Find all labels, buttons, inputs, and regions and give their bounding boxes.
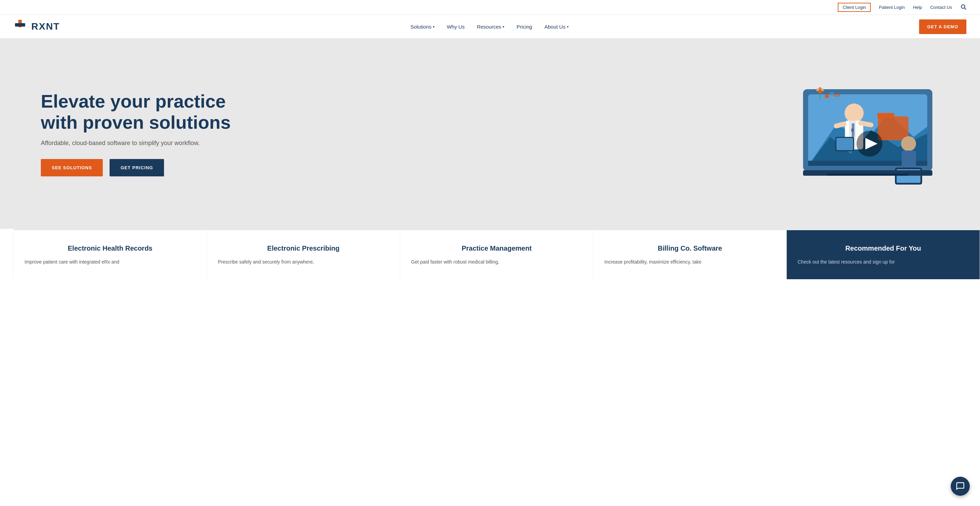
card-pm: Practice Management Get paid faster with… [400, 229, 593, 279]
hero-buttons: SEE SOLUTIONS GET PRICING [41, 159, 231, 176]
svg-point-37 [819, 87, 821, 90]
logo-link[interactable]: RXNT [14, 19, 60, 34]
solutions-caret: ▾ [433, 25, 434, 29]
svg-rect-32 [834, 94, 840, 97]
card-billing-desc: Increase profitability, maximize efficie… [605, 258, 775, 266]
card-pm-desc: Get paid faster with robust medical bill… [411, 258, 582, 266]
logo-text: RXNT [31, 21, 60, 32]
card-recommended: Recommended For You Check out the latest… [787, 229, 980, 279]
card-ep-desc: Prescribe safely and securely from anywh… [218, 258, 389, 266]
rxnt-logo-icon [14, 19, 29, 34]
hero-svg [783, 69, 953, 198]
svg-rect-4 [15, 23, 25, 27]
svg-point-34 [818, 90, 822, 94]
nav-item-aboutus[interactable]: About Us ▾ [544, 24, 569, 30]
card-recommended-title: Recommended For You [798, 244, 969, 253]
card-ehr-desc: Improve patient care with integrated eRx… [24, 258, 196, 266]
hero-subtitle: Affordable, cloud-based software to simp… [41, 140, 231, 147]
help-link[interactable]: Help [913, 5, 922, 10]
svg-line-1 [964, 8, 966, 9]
cards-section: Electronic Health Records Improve patien… [0, 229, 980, 279]
hero-title: Elevate your practice with proven soluti… [41, 91, 231, 133]
card-ehr: Electronic Health Records Improve patien… [14, 229, 207, 279]
search-icon [960, 4, 966, 10]
resources-caret: ▾ [503, 25, 504, 29]
search-button[interactable] [960, 4, 966, 11]
svg-rect-13 [877, 113, 894, 118]
svg-rect-20 [852, 123, 854, 137]
svg-point-35 [816, 89, 819, 91]
aboutus-caret: ▾ [567, 25, 569, 29]
svg-point-31 [825, 94, 829, 98]
client-login-link[interactable]: Client Login [838, 3, 871, 12]
hero-content: Elevate your practice with proven soluti… [41, 91, 231, 176]
nav-item-whyus[interactable]: Why Us [447, 24, 465, 30]
see-solutions-button[interactable]: SEE SOLUTIONS [41, 159, 103, 176]
main-nav: RXNT Solutions ▾ Why Us Resources ▾ Pric… [0, 15, 980, 38]
card-ep-title: Electronic Prescribing [218, 244, 389, 253]
svg-point-25 [901, 136, 916, 151]
nav-item-resources[interactable]: Resources ▾ [477, 24, 504, 30]
svg-point-36 [821, 89, 824, 91]
nav-item-solutions[interactable]: Solutions ▾ [410, 24, 434, 30]
svg-rect-12 [878, 117, 908, 140]
card-pm-title: Practice Management [411, 244, 582, 253]
top-bar: Client Login Patient Login Help Contact … [0, 0, 980, 15]
card-ehr-title: Electronic Health Records [24, 244, 196, 253]
svg-rect-40 [827, 174, 908, 176]
svg-rect-24 [837, 138, 853, 150]
get-pricing-button[interactable]: GET PRICING [110, 159, 164, 176]
card-recommended-desc: Check out the latest resources and sign … [798, 258, 969, 266]
contact-us-link[interactable]: Contact Us [930, 5, 952, 10]
card-billing-title: Billing Co. Software [605, 244, 775, 253]
card-ep: Electronic Prescribing Prescribe safely … [207, 229, 400, 279]
nav-links: Solutions ▾ Why Us Resources ▾ Pricing A… [410, 24, 568, 30]
svg-point-14 [845, 104, 864, 123]
patient-login-link[interactable]: Patient Login [879, 5, 905, 10]
nav-item-pricing[interactable]: Pricing [517, 24, 532, 30]
card-billing: Billing Co. Software Increase profitabil… [593, 229, 787, 279]
hero-illustration [783, 69, 953, 198]
get-demo-button[interactable]: GET A DEMO [919, 19, 966, 34]
svg-rect-5 [18, 20, 22, 23]
hero-section: Elevate your practice with proven soluti… [0, 38, 980, 229]
svg-rect-33 [830, 92, 834, 95]
